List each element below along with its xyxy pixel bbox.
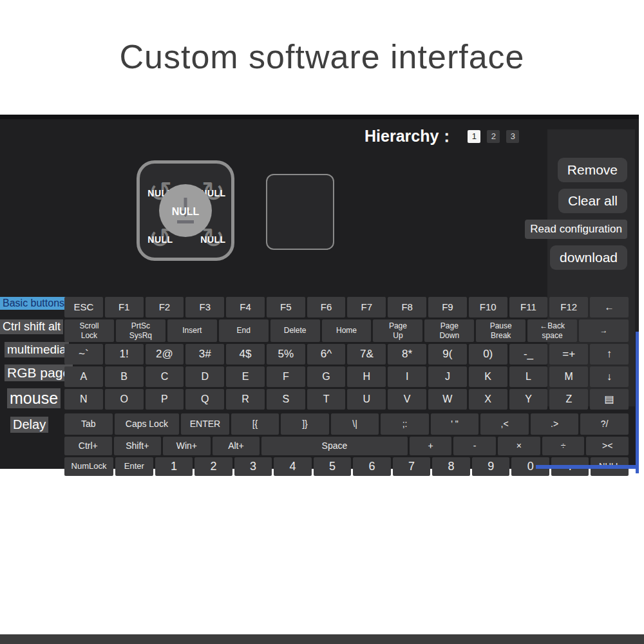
key-numlock[interactable]: NumLock: [64, 457, 113, 476]
key-delete[interactable]: Delete: [270, 319, 320, 342]
key-down-arrow[interactable]: ↓: [590, 366, 629, 387]
key-semicolon[interactable]: ;:: [381, 413, 429, 435]
key-space[interactable]: Space: [261, 437, 408, 455]
key-left-bracket[interactable]: [{: [231, 413, 279, 435]
key-right-arrow[interactable]: →: [579, 319, 629, 342]
key-multiply[interactable]: ×: [498, 437, 540, 455]
key-z[interactable]: Z: [549, 389, 588, 410]
key-numpad-minus[interactable]: -: [453, 437, 496, 455]
key-h[interactable]: H: [347, 366, 386, 387]
key-x[interactable]: X: [469, 389, 507, 410]
key-f10[interactable]: F10: [469, 297, 507, 317]
key-f9[interactable]: F9: [428, 297, 467, 317]
key-slash[interactable]: ?/: [580, 413, 629, 435]
key-w[interactable]: W: [428, 389, 467, 410]
key-scroll-lock[interactable]: Scroll Lock: [64, 319, 114, 342]
key-up-arrow[interactable]: ↑: [590, 344, 629, 365]
key-9[interactable]: 9(: [428, 344, 467, 365]
key-tab[interactable]: Tab: [64, 413, 113, 435]
key-right-bracket[interactable]: ]}: [281, 413, 329, 435]
key-caps-lock[interactable]: Caps Lock: [115, 413, 180, 435]
key-1[interactable]: 1: [155, 457, 193, 476]
key-d[interactable]: D: [185, 366, 224, 387]
key-prtsc-sysrq[interactable]: PrtSc SysRq: [116, 319, 166, 342]
key-page-up[interactable]: Page Up: [373, 319, 422, 342]
key-f8[interactable]: F8: [388, 297, 426, 317]
key-f3[interactable]: F3: [185, 297, 224, 317]
key-left-arrow[interactable]: ←: [590, 297, 629, 317]
sidebar-item-mouse[interactable]: mouse: [7, 388, 61, 408]
sidebar-item-delay[interactable]: Delay: [10, 417, 48, 433]
clear-all-button[interactable]: Clear all: [558, 189, 627, 213]
key-home[interactable]: Home: [322, 319, 372, 342]
key-plus[interactable]: +: [410, 437, 452, 455]
key-c[interactable]: C: [146, 366, 184, 387]
key-f11[interactable]: F11: [509, 297, 548, 317]
key-n[interactable]: N: [64, 389, 103, 410]
key-f12[interactable]: F12: [549, 297, 588, 317]
key-backspace[interactable]: ←Back space: [527, 319, 577, 342]
key-period[interactable]: .>: [531, 413, 579, 435]
key-6[interactable]: 6: [353, 457, 391, 476]
key-divide[interactable]: ÷: [542, 437, 585, 455]
key-page-down[interactable]: Page Down: [424, 319, 474, 342]
key-insert[interactable]: Insert: [167, 319, 217, 342]
key-m[interactable]: M: [549, 366, 588, 387]
sidebar-item-multimedia[interactable]: multimedia: [5, 342, 69, 357]
key-q[interactable]: Q: [185, 389, 224, 410]
hierarchy-level-1-button[interactable]: 1: [468, 130, 480, 143]
key-e[interactable]: E: [226, 366, 265, 387]
key-4[interactable]: 4$: [226, 344, 265, 365]
key-6[interactable]: 6^: [307, 344, 346, 365]
key-b[interactable]: B: [105, 366, 144, 387]
key-p[interactable]: P: [146, 389, 184, 410]
touchpad-slot[interactable]: [266, 174, 334, 250]
key-j[interactable]: J: [428, 366, 467, 387]
key-7[interactable]: 7&: [347, 344, 386, 365]
read-configuration-button[interactable]: Read configuration: [525, 220, 627, 239]
key-alt[interactable]: Alt+: [213, 437, 260, 455]
key-4[interactable]: 4: [274, 457, 312, 476]
key-t[interactable]: T: [307, 389, 346, 410]
key-2[interactable]: 2@: [146, 344, 184, 365]
key-s[interactable]: S: [267, 389, 305, 410]
key-shift[interactable]: Shift+: [114, 437, 162, 455]
key-tilde[interactable]: ~`: [64, 344, 103, 365]
key-a[interactable]: A: [64, 366, 103, 387]
key-equals[interactable]: =+: [549, 344, 588, 365]
key-8[interactable]: 8: [432, 457, 470, 476]
key-quote[interactable]: ' ": [431, 413, 479, 435]
key-1[interactable]: 1!: [105, 344, 144, 365]
key-0[interactable]: 0): [469, 344, 507, 365]
key-r[interactable]: R: [226, 389, 265, 410]
menu-key-icon[interactable]: ▤: [590, 389, 629, 410]
key-end[interactable]: End: [219, 319, 269, 342]
key-angle-brackets[interactable]: ><: [586, 437, 629, 455]
key-f[interactable]: F: [267, 366, 305, 387]
knob-press-slot[interactable]: NULL: [159, 184, 212, 237]
key-f7[interactable]: F7: [347, 297, 386, 317]
sidebar-item-rgb-page[interactable]: RGB page: [5, 365, 73, 381]
sidebar-item-ctrl-shift-alt[interactable]: Ctrl shift alt: [0, 319, 63, 334]
key-l[interactable]: L: [509, 366, 548, 387]
key-f5[interactable]: F5: [267, 297, 305, 317]
key-3[interactable]: 3: [234, 457, 272, 476]
rotary-knob-widget[interactable]: ↺ NULL ↻ NULL ↺ NULL ↻ NULL N: [137, 160, 234, 261]
key-5[interactable]: 5%: [267, 344, 305, 365]
key-k[interactable]: K: [469, 366, 507, 387]
key-y[interactable]: Y: [509, 389, 548, 410]
key-9[interactable]: 9: [472, 457, 510, 476]
remove-button[interactable]: Remove: [558, 158, 627, 182]
download-button[interactable]: download: [550, 245, 627, 270]
hierarchy-level-2-button[interactable]: 2: [487, 130, 500, 143]
key-win[interactable]: Win+: [163, 437, 211, 455]
key-comma[interactable]: ,<: [480, 413, 529, 435]
key-2[interactable]: 2: [194, 457, 232, 476]
key-g[interactable]: G: [307, 366, 346, 387]
sidebar-item-basic-buttons[interactable]: Basic buttons: [0, 297, 67, 310]
key-backslash[interactable]: \|: [331, 413, 379, 435]
key-minus[interactable]: -_: [509, 344, 548, 365]
key-u[interactable]: U: [347, 389, 386, 410]
key-ctrl[interactable]: Ctrl+: [64, 437, 112, 455]
key-o[interactable]: O: [105, 389, 144, 410]
